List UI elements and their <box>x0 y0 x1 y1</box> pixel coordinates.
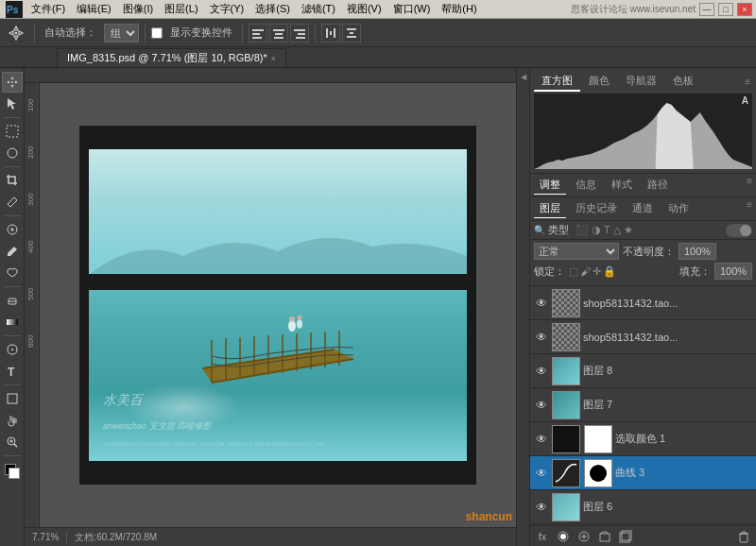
text-tool-button[interactable]: T <box>2 361 23 382</box>
blend-mode-select[interactable]: 正常 <box>534 243 619 260</box>
auto-select-dropdown[interactable]: 组 <box>104 24 139 43</box>
layer-visibility-toggle[interactable]: 👁 <box>534 466 549 481</box>
move-tool[interactable] <box>4 22 28 44</box>
tab-adjustments[interactable]: 调整 <box>534 176 566 195</box>
layer-item[interactable]: 👁 图层 8 <box>530 354 756 388</box>
layer-item[interactable]: 👁 图层 7 <box>530 388 756 422</box>
filter-pixel-icon[interactable]: ⬛ <box>576 224 589 236</box>
layer-item[interactable]: 👁 shop58131432.tao... <box>530 320 756 354</box>
layer-name: 图层 8 <box>583 364 752 378</box>
svg-text:300: 300 <box>26 193 35 206</box>
hand-tool-button[interactable] <box>2 410 23 431</box>
menu-edit[interactable]: 编辑(E) <box>72 1 116 17</box>
move-tool-button[interactable] <box>2 72 23 93</box>
menu-file[interactable]: 文件(F) <box>26 1 70 17</box>
pointer-tool-button[interactable] <box>2 94 23 114</box>
shape-tool-button[interactable] <box>2 388 23 409</box>
align-center-button[interactable] <box>269 24 288 43</box>
lock-position-icon[interactable]: ✛ <box>593 265 601 278</box>
adjustments-menu[interactable]: ≡ <box>747 176 752 195</box>
dist-v-button[interactable] <box>342 24 361 43</box>
menu-text[interactable]: 文字(Y) <box>205 1 249 17</box>
filter-adjustment-icon[interactable]: ◑ <box>592 224 601 236</box>
add-mask-button[interactable] <box>555 529 572 544</box>
tab-info[interactable]: 信息 <box>570 176 602 195</box>
delete-layer-button[interactable] <box>735 529 752 544</box>
tab-layers[interactable]: 图层 <box>534 199 566 218</box>
lock-all-icon[interactable]: 🔒 <box>603 265 616 278</box>
collapse-arrow[interactable]: ◀ <box>519 72 528 81</box>
layer-visibility-toggle[interactable]: 👁 <box>534 432 549 447</box>
new-layer-button[interactable] <box>617 529 634 544</box>
layer-item[interactable]: 👁 图层 6 <box>530 490 756 524</box>
layer-item[interactable]: 👁 曲线 3 <box>530 456 756 490</box>
menu-window[interactable]: 窗口(W) <box>388 1 436 17</box>
tab-channels[interactable]: 通道 <box>627 199 659 218</box>
eyedropper-tool-button[interactable] <box>2 192 23 213</box>
crop-tool-button[interactable] <box>2 170 23 191</box>
canvas-viewport[interactable]: 水美百 anwenchao 安文超 高端修图 AN WENCHAO HIGH-E… <box>40 83 516 527</box>
heal-tool-button[interactable] <box>2 219 23 240</box>
opacity-input[interactable] <box>679 243 716 260</box>
eraser-tool-button[interactable] <box>2 290 23 311</box>
menu-select[interactable]: 选择(S) <box>250 1 295 17</box>
lock-transparent-icon[interactable]: ⬚ <box>569 265 578 278</box>
lasso-tool-button[interactable] <box>2 143 23 163</box>
add-adjustment-button[interactable] <box>576 529 593 544</box>
show-transform-checkbox[interactable] <box>151 27 163 39</box>
zoom-tool-button[interactable] <box>2 432 23 452</box>
menu-layer[interactable]: 图层(L) <box>160 1 202 17</box>
layer-thumbnail <box>552 493 580 521</box>
tab-close-button[interactable]: × <box>271 54 276 63</box>
layer-visibility-toggle[interactable]: 👁 <box>534 500 549 515</box>
menu-filter[interactable]: 滤镜(T) <box>297 1 340 17</box>
toolbar-separator-4 <box>315 24 316 43</box>
filter-shape-icon[interactable]: △ <box>613 224 621 236</box>
layer-item[interactable]: 👁 选取颜色 1 <box>530 422 756 456</box>
adjustments-panel: 调整 信息 样式 路径 ≡ <box>530 174 756 197</box>
marquee-tool-button[interactable] <box>2 121 23 142</box>
panel-menu-icon[interactable]: ≡ <box>745 77 750 87</box>
document-tab[interactable]: IMG_8315.psd @ 7.71% (图层 10, RGB/8)* × <box>57 48 286 67</box>
tool-separator-6 <box>4 384 21 385</box>
filter-text-icon[interactable]: T <box>604 224 610 236</box>
lock-brush-icon[interactable]: 🖌 <box>580 265 591 277</box>
canvas-with-ruler: 100 200 300 400 500 600 <box>25 83 516 527</box>
close-button[interactable]: × <box>737 3 752 16</box>
tab-histogram[interactable]: 直方图 <box>534 72 580 92</box>
layer-visibility-toggle[interactable]: 👁 <box>534 364 549 379</box>
tab-styles[interactable]: 样式 <box>606 176 638 195</box>
filter-toggle[interactable] <box>726 224 752 237</box>
layers-menu[interactable]: ≡ <box>747 199 752 218</box>
add-fx-button[interactable]: fx <box>534 529 551 544</box>
tab-paths[interactable]: 路径 <box>642 176 674 195</box>
fill-input[interactable] <box>714 263 752 280</box>
pen-tool-button[interactable] <box>2 339 23 360</box>
tab-swatches[interactable]: 色板 <box>665 72 701 92</box>
toolbar-separator <box>34 24 35 43</box>
gradient-tool-button[interactable] <box>2 312 23 333</box>
maximize-button[interactable]: □ <box>718 3 733 16</box>
add-group-button[interactable] <box>596 529 613 544</box>
minimize-button[interactable]: — <box>699 3 714 16</box>
layer-item[interactable]: 👁 shop58131432.tao... <box>530 286 756 320</box>
color-swatch[interactable] <box>2 461 23 482</box>
align-right-button[interactable] <box>290 24 309 43</box>
histogram-chart <box>534 94 752 169</box>
menu-view[interactable]: 视图(V) <box>342 1 387 17</box>
menu-image[interactable]: 图像(I) <box>118 1 158 17</box>
layer-visibility-toggle[interactable]: 👁 <box>534 398 549 413</box>
layer-visibility-toggle[interactable]: 👁 <box>534 330 549 345</box>
clone-tool-button[interactable] <box>2 263 23 283</box>
filter-icons: ⬛ ◑ T △ ★ <box>576 224 633 236</box>
align-left-button[interactable] <box>249 24 267 43</box>
tab-color[interactable]: 颜色 <box>581 72 617 92</box>
tab-navigator[interactable]: 导航器 <box>618 72 664 92</box>
layer-visibility-toggle[interactable]: 👁 <box>534 296 549 311</box>
filter-smart-icon[interactable]: ★ <box>624 224 633 236</box>
brush-tool-button[interactable] <box>2 241 23 262</box>
tab-actions[interactable]: 动作 <box>662 199 695 218</box>
tab-history[interactable]: 历史记录 <box>570 199 623 218</box>
dist-h-button[interactable] <box>321 24 340 43</box>
menu-help[interactable]: 帮助(H) <box>437 1 481 17</box>
